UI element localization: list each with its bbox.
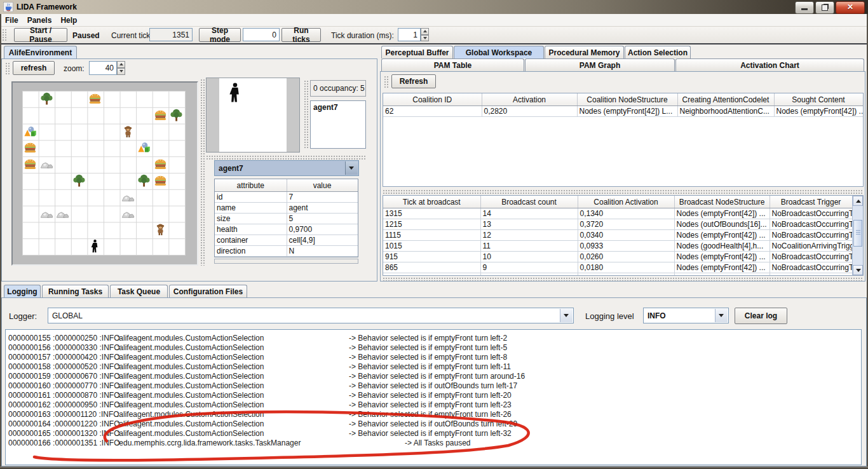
zoom-field[interactable]: 40 xyxy=(89,61,117,75)
chevron-down-icon[interactable] xyxy=(345,161,358,175)
burger-icon[interactable] xyxy=(153,108,168,123)
chevron-down-icon[interactable] xyxy=(715,309,728,322)
rock-icon[interactable] xyxy=(39,207,55,222)
tick-duration-spinner[interactable] xyxy=(421,28,429,41)
menu-file[interactable]: File xyxy=(5,16,18,25)
column-header[interactable]: Broadcast Trigger xyxy=(770,196,852,208)
broadcast-row[interactable]: 915100,0260Nodes (emptyFront[42]) ...NoB… xyxy=(383,252,852,262)
titlebar[interactable]: LIDA Framework ✕ xyxy=(0,0,868,15)
spinner-up-icon[interactable] xyxy=(421,28,429,35)
attribute-row[interactable]: id7 xyxy=(215,192,358,203)
workspace-toolbar-grip[interactable] xyxy=(384,76,388,88)
minimize-button[interactable] xyxy=(795,1,814,14)
tab-procedural-memory[interactable]: Procedural Memory xyxy=(545,46,624,58)
shapes-icon[interactable] xyxy=(137,140,152,156)
attribute-row[interactable]: health0,9700 xyxy=(215,224,358,235)
step-mode-button[interactable]: Step mode xyxy=(199,28,241,42)
scroll-up-icon[interactable] xyxy=(853,196,863,206)
tab-pam-table[interactable]: PAM Table xyxy=(381,58,524,71)
tree-icon[interactable] xyxy=(137,173,152,189)
burger-icon[interactable] xyxy=(88,92,103,107)
attribute-row[interactable]: size5 xyxy=(215,214,358,224)
env-toolbar-grip[interactable] xyxy=(5,62,10,74)
restore-button[interactable] xyxy=(815,1,834,14)
run-ticks-field[interactable]: 0 xyxy=(243,28,280,41)
tab-task-queue[interactable]: Task Queue xyxy=(110,285,168,297)
agent-select-combo[interactable]: agent7 xyxy=(214,160,359,176)
tab-perceptual-buffer[interactable]: Perceptual Buffer xyxy=(381,46,453,58)
burger-icon[interactable] xyxy=(153,157,168,172)
spinner-up-icon[interactable] xyxy=(117,61,125,68)
attribute-row[interactable]: directionN xyxy=(215,246,358,257)
tree-icon[interactable] xyxy=(72,173,87,189)
column-header[interactable]: Coalition ID xyxy=(383,93,482,106)
rock-icon[interactable] xyxy=(121,190,136,205)
chevron-down-icon[interactable] xyxy=(560,309,573,322)
run-ticks-button[interactable]: Run ticks xyxy=(281,28,321,42)
tab-action-selection[interactable]: Action Selection xyxy=(625,46,691,58)
monkey-icon[interactable] xyxy=(121,125,136,140)
broadcast-row[interactable]: 1115120,0340Nodes (emptyFront[42]) ...No… xyxy=(383,230,852,241)
tab-activation-chart[interactable]: Activation Chart xyxy=(675,58,864,71)
coalition-row[interactable]: 620,2820Nodes (emptyFront[42]) L...Neigh… xyxy=(383,106,863,117)
person-icon[interactable] xyxy=(88,239,103,254)
column-header[interactable]: Tick at broadcast xyxy=(383,196,480,208)
burger-icon[interactable] xyxy=(23,157,38,172)
clear-log-button[interactable]: Clear log xyxy=(735,308,787,324)
tab-configuration-files[interactable]: Configuration Files xyxy=(169,285,247,297)
menu-help[interactable]: Help xyxy=(60,16,77,25)
logging-level-combo[interactable]: INFO xyxy=(643,308,729,323)
tree-icon[interactable] xyxy=(39,92,55,107)
menu-panels[interactable]: Panels xyxy=(27,16,52,25)
log-output[interactable]: 0000000155 :0000000250 :INFO:alifeagent.… xyxy=(5,329,862,465)
burger-icon[interactable] xyxy=(23,140,38,156)
tab-pam-graph[interactable]: PAM Graph xyxy=(525,58,675,71)
workspace-refresh-button[interactable]: Refresh xyxy=(391,74,436,88)
env-refresh-button[interactable]: refresh xyxy=(13,61,55,75)
broadcast-row[interactable]: 76580,4580Nodes (outOfBounds[16]...NoBro… xyxy=(383,273,852,276)
column-header[interactable]: Creating AttentionCodelet xyxy=(677,93,774,106)
spinner-down-icon[interactable] xyxy=(117,68,125,75)
spinner-down-icon[interactable] xyxy=(421,35,429,42)
scroll-down-icon[interactable] xyxy=(853,265,863,275)
monkey-icon[interactable] xyxy=(153,222,168,238)
env-splitter-grip[interactable] xyxy=(200,79,205,266)
attribute-row[interactable]: containercell[4,9] xyxy=(215,235,358,246)
agent-panel-grip[interactable] xyxy=(206,155,367,160)
broadcast-scrollbar[interactable] xyxy=(852,196,863,275)
cell-view-grip[interactable] xyxy=(304,80,308,149)
attribute-row[interactable]: nameagent xyxy=(215,203,358,214)
rock-icon[interactable] xyxy=(121,207,136,222)
world-grid[interactable] xyxy=(22,91,186,255)
broadcast-row[interactable]: 1315140,1340Nodes (emptyFront[42]) ...No… xyxy=(383,208,852,219)
column-header[interactable]: Sought Content xyxy=(774,93,863,106)
column-header[interactable]: Broadcast count xyxy=(480,196,578,208)
current-tick-field[interactable]: 1351 xyxy=(149,28,193,41)
tab-logging[interactable]: Logging xyxy=(4,285,41,297)
tab-global-workspace[interactable]: Global Workspace xyxy=(454,46,544,58)
tab-running-tasks[interactable]: Running Tasks xyxy=(42,285,109,297)
occupant-list[interactable]: agent7 xyxy=(310,100,366,149)
column-header[interactable]: Coalition Activation xyxy=(578,196,674,208)
logger-combo[interactable]: GLOBAL xyxy=(48,308,574,323)
scrollbar-thumb[interactable] xyxy=(853,220,862,247)
start-pause-button[interactable]: Start / Pause xyxy=(14,28,67,42)
burger-icon[interactable] xyxy=(153,173,168,189)
broadcast-row[interactable]: 1215130,3720Nodes (outOfBounds[16]...NoB… xyxy=(383,219,852,230)
tick-duration-field[interactable]: 1 xyxy=(398,28,421,41)
column-header[interactable]: Broadcast NodeStructure xyxy=(674,196,770,208)
toolbar-grip[interactable] xyxy=(2,29,6,41)
occupant-item[interactable]: agent7 xyxy=(311,101,365,112)
rock-icon[interactable] xyxy=(55,207,71,222)
rock-icon[interactable] xyxy=(39,157,55,172)
value-col-header[interactable]: value xyxy=(287,179,358,192)
column-header[interactable]: Coalition NodeStructure xyxy=(577,93,677,106)
tab-alife-environment[interactable]: AlifeEnvironment xyxy=(4,46,77,58)
broadcast-row[interactable]: 86590,0180Nodes (emptyFront[42]) ...NoBr… xyxy=(383,262,852,273)
tree-icon[interactable] xyxy=(169,108,184,123)
column-header[interactable]: Activation xyxy=(482,93,577,106)
zoom-spinner[interactable] xyxy=(117,61,125,75)
broadcast-row[interactable]: 1015110,0933Nodes (goodHealth[4],h...NoC… xyxy=(383,241,852,252)
close-button[interactable]: ✕ xyxy=(836,1,865,14)
shapes-icon[interactable] xyxy=(23,125,38,140)
